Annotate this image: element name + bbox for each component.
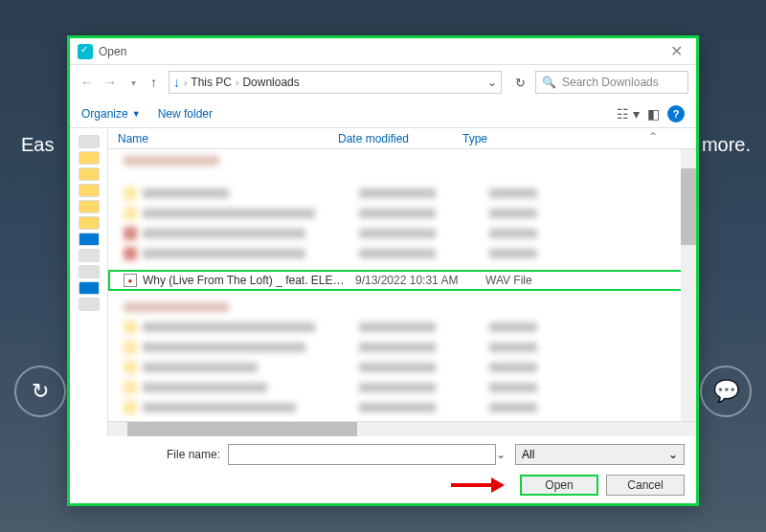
filter-value: All [522, 448, 534, 461]
horizontal-scrollbar[interactable] [108, 421, 696, 436]
background-text-right: more. [702, 134, 751, 156]
file-row-blurred[interactable] [108, 185, 696, 202]
nav-item[interactable] [79, 281, 100, 295]
file-row-blurred[interactable] [108, 379, 696, 396]
breadcrumb-bar[interactable]: ↓ › This PC › Downloads ⌄ [169, 71, 502, 94]
downloads-icon: ↓ [173, 75, 180, 90]
bg-circle-button-right[interactable]: 💬 [700, 366, 752, 417]
view-options-button[interactable]: ☷ ▾ [617, 106, 640, 122]
nav-item[interactable] [79, 265, 100, 278]
chevron-right-icon: › [184, 78, 187, 88]
scroll-thumb[interactable] [681, 168, 696, 245]
nav-forward-button: → [101, 73, 120, 92]
nav-item[interactable] [79, 233, 100, 246]
nav-back-button[interactable]: ← [78, 73, 97, 92]
chevron-down-icon: ▼ [132, 109, 141, 119]
organize-menu[interactable]: Organize ▼ [81, 107, 141, 121]
search-icon: 🔍 [542, 76, 556, 89]
file-date: 9/13/2022 10:31 AM [355, 274, 480, 287]
scroll-thumb-h[interactable] [127, 422, 357, 436]
file-row-blurred[interactable] [108, 359, 696, 376]
app-icon [78, 44, 93, 59]
refresh-button[interactable]: ↻ [515, 76, 526, 90]
nav-item[interactable] [79, 216, 100, 230]
column-name-header[interactable]: Name [108, 132, 338, 145]
nav-item[interactable] [79, 184, 100, 197]
chevron-right-icon: › [236, 78, 238, 88]
file-type: WAV File [485, 274, 532, 287]
column-headers: Name Date modified Type ⌃ [108, 128, 696, 149]
file-name: Why (Live From The Loft) _ feat. ELEVATI… [143, 274, 349, 287]
vertical-scrollbar[interactable] [681, 149, 696, 421]
filename-label: File name: [81, 448, 220, 461]
bg-circle-button-left[interactable]: ↻ [14, 366, 66, 417]
breadcrumb-dropdown[interactable]: ⌄ [487, 76, 497, 89]
column-type-header[interactable]: Type [462, 132, 696, 145]
file-row-blurred[interactable] [108, 225, 696, 242]
toolbar: Organize ▼ New folder ☷ ▾ ◧ ? [70, 100, 696, 128]
nav-item[interactable] [79, 135, 100, 148]
nav-item[interactable] [79, 249, 100, 262]
file-row-blurred[interactable] [108, 152, 696, 169]
file-row-blurred[interactable] [108, 319, 696, 336]
chevron-down-icon: ⌄ [668, 448, 678, 461]
file-row-selected[interactable]: ● Why (Live From The Loft) _ feat. ELEVA… [108, 270, 696, 291]
breadcrumb-this-pc[interactable]: This PC [191, 76, 232, 89]
nav-item[interactable] [79, 298, 100, 311]
file-type-filter[interactable]: All ⌄ [515, 444, 685, 465]
file-row-blurred[interactable] [108, 399, 696, 416]
nav-item[interactable] [79, 151, 100, 165]
file-rows: ● Why (Live From The Loft) _ feat. ELEVA… [108, 149, 696, 421]
nav-up-button[interactable]: ↑ [150, 75, 157, 90]
close-button[interactable]: ✕ [665, 42, 688, 60]
file-row-blurred[interactable] [108, 245, 696, 262]
file-list: Name Date modified Type ⌃ ● Why (Live Fr… [108, 128, 696, 436]
navbar: ← → ▾ ↑ ↓ › This PC › Downloads ⌄ ↻ 🔍 Se… [70, 65, 696, 100]
filename-row: File name: ⌄ All ⌄ [81, 444, 685, 465]
bottom-panel: File name: ⌄ All ⌄ Open Cancel [70, 436, 696, 503]
toolbar-right: ☷ ▾ ◧ ? [617, 105, 685, 122]
refresh-loop-icon: ↻ [32, 379, 49, 404]
dialog-title: Open [99, 45, 126, 58]
search-placeholder: Search Downloads [562, 76, 659, 89]
preview-pane-button[interactable]: ◧ [647, 106, 660, 122]
nav-item[interactable] [79, 167, 100, 181]
main-area: Name Date modified Type ⌃ ● Why (Live Fr… [70, 128, 696, 436]
nav-pane[interactable] [70, 128, 108, 436]
open-file-dialog: Open ✕ ← → ▾ ↑ ↓ › This PC › Downloads ⌄… [67, 35, 699, 506]
titlebar: Open ✕ [70, 38, 696, 65]
filename-dropdown[interactable]: ⌄ [496, 448, 507, 461]
sort-indicator-icon: ⌃ [648, 130, 658, 144]
file-row-blurred[interactable] [108, 299, 696, 316]
nav-recent-dropdown[interactable]: ▾ [124, 73, 143, 92]
cancel-button[interactable]: Cancel [606, 475, 685, 496]
open-button[interactable]: Open [520, 475, 598, 496]
file-row-blurred[interactable] [108, 205, 696, 222]
file-row-blurred[interactable] [108, 339, 696, 356]
wav-file-icon: ● [124, 274, 137, 287]
chat-icon: 💬 [713, 379, 739, 404]
annotation-arrow [451, 476, 508, 495]
help-button[interactable]: ? [667, 105, 685, 122]
breadcrumb-downloads[interactable]: Downloads [242, 76, 299, 89]
background-text-left: Eas [21, 134, 54, 156]
buttons-row: Open Cancel [81, 475, 685, 496]
filename-input[interactable] [228, 444, 496, 465]
nav-item[interactable] [79, 200, 100, 213]
column-date-header[interactable]: Date modified [338, 132, 462, 145]
new-folder-button[interactable]: New folder [158, 107, 213, 121]
search-input[interactable]: 🔍 Search Downloads [535, 71, 688, 94]
